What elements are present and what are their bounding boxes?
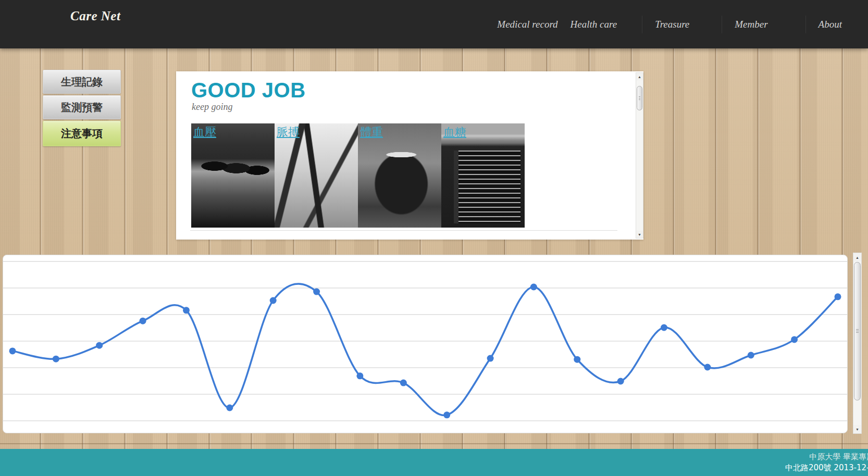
- tile-link-weight[interactable]: 體重: [360, 124, 383, 140]
- panel-scrollbar-thumb[interactable]: [637, 86, 642, 110]
- chart-panel: [3, 255, 848, 433]
- divider-line: [190, 230, 617, 231]
- page-subtitle: keep going: [192, 102, 232, 112]
- line-chart: [3, 255, 847, 433]
- metric-tiles: 血壓 脈搏 體重 血糖: [191, 123, 525, 228]
- nav-item-medical-record[interactable]: Medical record: [492, 16, 563, 33]
- footer: 中原大學 畢業專題 中北路200號 2013-12-2: [0, 449, 868, 476]
- tile-pulse[interactable]: 脈搏: [275, 123, 358, 228]
- footer-address-date-line: 中北路200號 2013-12-2: [785, 462, 868, 473]
- content-panel: GOOD JOB keep going 血壓 脈搏 體重 血糖 ▲ ▼: [176, 71, 643, 240]
- page-scrollbar[interactable]: ▲ ▼: [853, 253, 862, 434]
- page: { "navbar": { "brand": "Care Net", "item…: [0, 0, 868, 476]
- brand-logo: Care Net: [70, 9, 120, 23]
- top-navbar: Care Net Medical record Health care Trea…: [0, 0, 868, 48]
- page-scrollbar-thumb[interactable]: [854, 262, 861, 400]
- panel-scrollbar[interactable]: ▲ ▼: [636, 72, 643, 239]
- page-title: GOOD JOB: [191, 79, 306, 102]
- tile-link-blood-sugar[interactable]: 血糖: [443, 124, 466, 140]
- scroll-down-icon[interactable]: ▼: [853, 425, 861, 433]
- sidebar-item-notes[interactable]: 注意事項: [43, 121, 121, 146]
- sidebar-menu: 生理記錄 監測預警 注意事項: [43, 70, 121, 148]
- scroll-up-icon[interactable]: ▲: [853, 253, 861, 261]
- tile-blood-sugar[interactable]: 血糖: [441, 123, 525, 228]
- tile-link-pulse[interactable]: 脈搏: [277, 124, 300, 140]
- footer-text: 中原大學 畢業專題 中北路200號 2013-12-2: [785, 452, 868, 473]
- wood-plank-joint: [0, 443, 868, 444]
- tile-weight[interactable]: 體重: [358, 123, 441, 228]
- nav-item-about[interactable]: About: [805, 16, 847, 33]
- sidebar-item-physiological-record[interactable]: 生理記錄: [43, 70, 121, 94]
- sidebar-item-monitoring-alert[interactable]: 監測預警: [43, 95, 121, 119]
- nav-item-health-care[interactable]: Health care: [565, 16, 623, 33]
- scroll-down-icon[interactable]: ▼: [636, 231, 643, 238]
- tile-blood-pressure[interactable]: 血壓: [191, 123, 275, 228]
- nav-menu: Medical record Health care Treasure Memb…: [492, 16, 847, 33]
- footer-university-line: 中原大學 畢業專題: [785, 452, 868, 462]
- tile-link-blood-pressure[interactable]: 血壓: [193, 124, 216, 140]
- scroll-up-icon[interactable]: ▲: [636, 73, 643, 80]
- nav-item-member[interactable]: Member: [722, 16, 773, 33]
- nav-item-treasure[interactable]: Treasure: [642, 16, 695, 33]
